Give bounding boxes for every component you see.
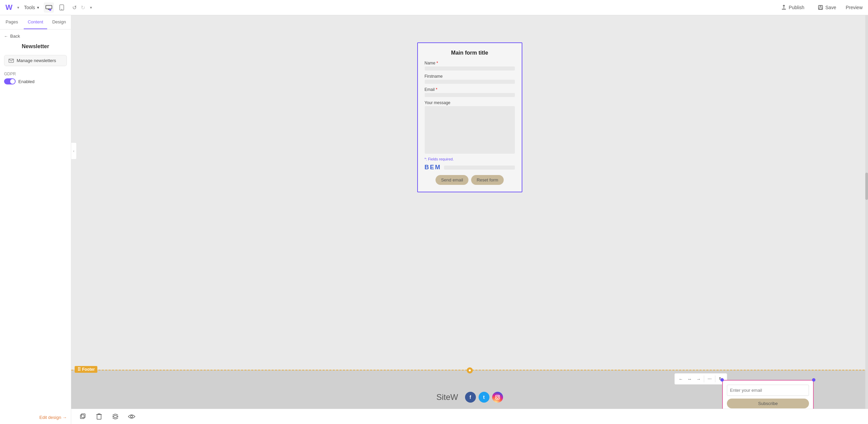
canvas: Main form title Name * Firstname Email * <box>71 15 868 424</box>
send-email-button[interactable]: Send email <box>436 175 468 185</box>
tools-menu[interactable]: Tools ▼ <box>24 5 40 10</box>
align-right-btn[interactable]: → <box>694 375 702 383</box>
tab-content[interactable]: Content <box>24 15 47 29</box>
toggle-knob <box>10 79 15 84</box>
name-label: Name * <box>425 61 515 65</box>
toolbar-divider <box>704 375 704 382</box>
layers-button[interactable] <box>111 412 120 421</box>
device-switcher <box>44 2 67 13</box>
delete-icon <box>96 413 102 420</box>
save-icon <box>818 5 823 10</box>
email-required: * <box>436 87 438 92</box>
manage-newsletters-label: Manage newsletters <box>17 58 56 63</box>
captcha-text: BEM <box>425 164 441 171</box>
captcha-input[interactable] <box>444 166 515 170</box>
sidebar-collapse-btn[interactable]: ‹ <box>71 142 77 159</box>
visibility-icon <box>128 414 135 419</box>
tab-pages[interactable]: Pages <box>0 15 24 29</box>
form-block[interactable]: Main form title Name * Firstname Email * <box>417 42 522 192</box>
svg-point-24 <box>131 416 133 418</box>
svg-rect-21 <box>80 415 84 419</box>
save-button[interactable]: Save <box>814 3 840 12</box>
svg-rect-8 <box>819 5 822 7</box>
mobile-icon <box>59 4 64 11</box>
captcha-row: BEM <box>425 164 515 171</box>
svg-point-13 <box>497 396 499 398</box>
instagram-icon[interactable] <box>492 392 503 403</box>
sidebar-title: Newsletter <box>4 43 67 50</box>
email-field: Email * <box>425 87 515 97</box>
tab-design[interactable]: Design <box>47 15 71 29</box>
sidebar: Pages Content Design ← Back Newsletter M… <box>0 15 71 424</box>
back-label: Back <box>10 34 20 39</box>
reset-form-button[interactable]: Reset form <box>471 175 504 185</box>
align-center-btn[interactable]: ↔ <box>686 375 694 383</box>
firstname-label: Firstname <box>425 74 515 79</box>
logo[interactable]: W <box>5 3 13 12</box>
subscribe-button[interactable]: Subscribe <box>727 399 809 408</box>
name-required: * <box>437 61 438 65</box>
edit-design-link[interactable]: Edit design → <box>0 411 71 424</box>
widget-more-btn[interactable]: ⋯ <box>706 375 714 383</box>
desktop-device-btn[interactable] <box>44 2 54 13</box>
align-left-btn[interactable]: ← <box>677 375 685 383</box>
delete-button[interactable] <box>94 412 104 421</box>
topbar-left: W ▼ Tools ▼ <box>5 2 94 13</box>
publish-button[interactable]: Publish <box>777 3 808 12</box>
form-title: Main form title <box>425 50 515 56</box>
name-field: Name * <box>425 61 515 71</box>
publish-icon <box>781 5 787 10</box>
save-label: Save <box>825 5 836 10</box>
newsletter-widget[interactable]: Subscribe <box>722 380 814 413</box>
history-button[interactable]: ▼ <box>88 4 94 11</box>
toolbar-divider2 <box>715 375 715 382</box>
sidebar-tabs: Pages Content Design <box>0 15 71 30</box>
email-input[interactable] <box>425 93 515 97</box>
svg-rect-9 <box>819 8 822 9</box>
email-label-text: Email <box>425 87 435 92</box>
desktop-indicator <box>49 9 51 11</box>
fields-required-note: *: Fields required. <box>425 157 515 161</box>
envelope-icon <box>8 58 14 63</box>
redo-button[interactable]: ↻ <box>79 3 86 12</box>
email-label: Email * <box>425 87 515 92</box>
canvas-inner: Main form title Name * Firstname Email * <box>71 15 868 424</box>
name-input[interactable] <box>425 66 515 71</box>
scrollbar-thumb[interactable] <box>865 173 868 200</box>
newsletter-email-input[interactable] <box>727 385 809 396</box>
handle-tr[interactable] <box>812 378 815 382</box>
toggle-label: Enabled <box>18 79 35 84</box>
desktop-icon <box>45 5 52 10</box>
scrollbar-right[interactable] <box>865 15 868 409</box>
instagram-svg <box>495 394 500 400</box>
svg-rect-22 <box>81 414 85 418</box>
bottom-toolbar <box>71 409 868 424</box>
manage-newsletters-button[interactable]: Manage newsletters <box>4 55 67 66</box>
duplicate-button[interactable] <box>78 412 88 421</box>
undo-button[interactable]: ↺ <box>71 3 78 12</box>
facebook-icon[interactable]: f <box>465 392 476 403</box>
logo-dropdown-arrow[interactable]: ▼ <box>17 6 20 9</box>
undo-redo-group: ↺ ↻ ▼ <box>71 3 94 12</box>
message-label: Your message <box>425 100 515 105</box>
sitew-label: SiteW <box>436 392 458 402</box>
name-label-text: Name <box>425 61 436 65</box>
newsletter-widget-container: Subscribe <box>722 380 814 413</box>
publish-label: Publish <box>789 5 804 10</box>
firstname-input[interactable] <box>425 80 515 84</box>
back-arrow-icon: ← <box>4 34 8 39</box>
mobile-device-btn[interactable] <box>57 2 67 13</box>
toggle-row: Enabled <box>4 78 67 84</box>
form-buttons: Send email Reset form <box>425 175 515 185</box>
twitter-icon[interactable]: t <box>479 392 489 403</box>
sidebar-content: ← Back Newsletter Manage newsletters GDP… <box>0 30 71 411</box>
svg-rect-6 <box>782 9 786 9</box>
svg-rect-0 <box>46 5 52 9</box>
back-link[interactable]: ← Back <box>4 34 67 39</box>
message-textarea[interactable] <box>425 106 515 154</box>
visibility-button[interactable] <box>127 412 136 421</box>
preview-button[interactable]: Preview <box>846 5 863 10</box>
gdpr-toggle[interactable] <box>4 78 16 84</box>
svg-point-14 <box>498 396 499 397</box>
handle-tl[interactable] <box>720 378 724 382</box>
